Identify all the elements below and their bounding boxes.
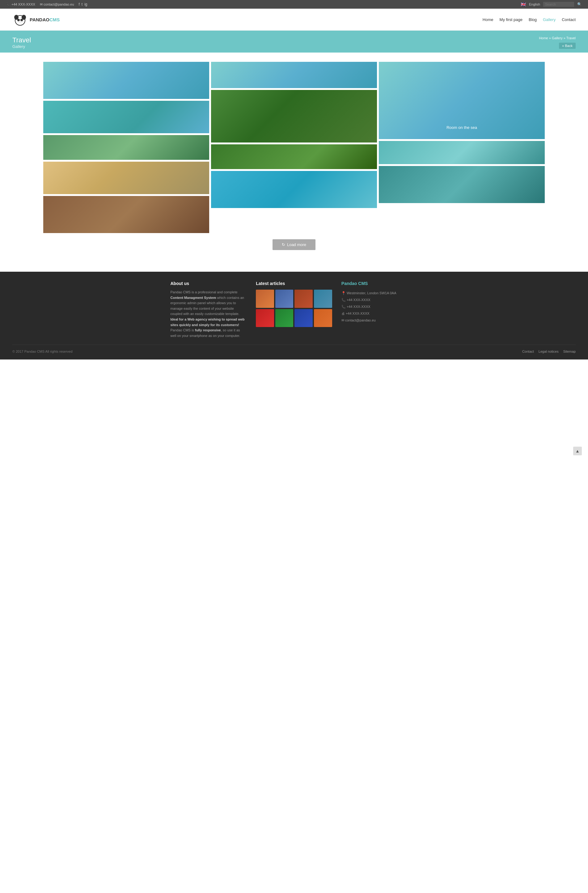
zoom-icon: 🔍 (120, 74, 132, 87)
copyright: © 2017 Pandao CMS All rights reserved (12, 350, 73, 353)
gallery-image-5[interactable]: 🔍 (43, 196, 209, 233)
gallery-image-10[interactable]: 🔍 (379, 141, 545, 164)
instagram-icon[interactable]: ig (84, 2, 87, 6)
breadcrumb: Home » Gallery » Travel (539, 36, 576, 40)
article-thumb-7[interactable] (294, 309, 313, 327)
nav-home[interactable]: Home (483, 17, 494, 22)
gallery-col-2: 🔍 🔍 🔍 🔍 (211, 62, 377, 233)
zoom-icon: 🔍 (120, 141, 132, 153)
load-more-section: ↻ Load more (43, 233, 545, 262)
site-header: PANDAOCMS Home My first page Blog Galler… (0, 9, 588, 31)
footer-link-contact[interactable]: Contact (522, 350, 534, 353)
footer-links: Contact Legal notices Sitemap (522, 350, 576, 353)
top-bar-left: 📞 +44 XXX-XXXX ✉ contact@pandao.eu f t i… (6, 2, 87, 6)
nav-blog[interactable]: Blog (529, 17, 537, 22)
gallery-section: 🔍 🔍 🔍 🔍 🔍 🔍 🔍 🔍 (0, 53, 588, 272)
article-thumb-8[interactable] (314, 309, 332, 327)
top-bar-right: 🇬🇧 English 🔍 (520, 2, 582, 7)
flag-icon: 🇬🇧 (520, 2, 526, 7)
zoom-icon: 🔍 (120, 172, 132, 184)
footer-about: About us Pandao CMS is a professional an… (171, 281, 247, 338)
gallery-image-8[interactable]: 🔍 (211, 144, 377, 169)
zoom-icon: 🔍 (456, 146, 468, 159)
gallery-image-9[interactable]: 🔍 (211, 171, 377, 208)
gallery-col-3: 🔍 Room on the sea 🔍 🔍 (379, 62, 545, 233)
zoom-icon: 🔍 (456, 178, 468, 191)
nav-gallery[interactable]: Gallery (543, 17, 555, 22)
top-bar: 📞 +44 XXX-XXXX ✉ contact@pandao.eu f t i… (0, 0, 588, 9)
zoom-icon: 🔍 (456, 94, 468, 107)
zoom-icon: 🔍 (120, 111, 132, 123)
zoom-icon: 🔍 (288, 69, 300, 81)
panda-logo-icon (12, 12, 28, 27)
logo-text: PANDAOCMS (30, 17, 60, 22)
gallery-image-2[interactable]: 🔍 (43, 101, 209, 133)
zoom-icon: 🔍 (288, 110, 300, 122)
footer-link-sitemap[interactable]: Sitemap (563, 350, 576, 353)
email-info: ✉ contact@pandao.eu (40, 3, 74, 6)
page-title: Travel (12, 36, 576, 44)
gallery-col-1: 🔍 🔍 🔍 🔍 🔍 (43, 62, 209, 233)
article-thumb-6[interactable] (275, 309, 294, 327)
gallery-image-7[interactable]: 🔍 (211, 90, 377, 143)
gallery-image-3[interactable]: 🔍 (43, 135, 209, 160)
facebook-icon[interactable]: f (79, 2, 80, 6)
load-more-button[interactable]: ↻ Load more (273, 239, 315, 250)
gallery-image-featured[interactable]: 🔍 Room on the sea (379, 62, 545, 139)
gallery-grid: 🔍 🔍 🔍 🔍 🔍 🔍 🔍 🔍 (43, 62, 545, 233)
article-thumb-1[interactable] (256, 290, 274, 308)
search-input[interactable] (543, 2, 574, 7)
article-thumb-4[interactable] (314, 290, 332, 308)
twitter-icon[interactable]: t (82, 2, 82, 6)
footer-grid: About us Pandao CMS is a professional an… (171, 281, 418, 338)
gallery-image-6[interactable]: 🔍 (211, 62, 377, 88)
footer: About us Pandao CMS is a professional an… (0, 272, 588, 359)
zoom-icon: 🔍 (288, 150, 300, 163)
nav-first-page[interactable]: My first page (500, 17, 522, 22)
footer-articles-grid (256, 290, 332, 327)
logo[interactable]: PANDAOCMS (12, 12, 60, 27)
main-nav: Home My first page Blog Gallery Contact (483, 17, 576, 22)
article-thumb-2[interactable] (275, 290, 294, 308)
language-selector[interactable]: English (529, 3, 540, 6)
footer-pandao-info: 📍 Westminster, London SW1A 0AA 📞 +44 XXX… (341, 290, 418, 324)
gallery-image-11[interactable]: 🔍 (379, 166, 545, 203)
page-subtitle: Gallery (12, 44, 576, 49)
gallery-featured-caption: Room on the sea (379, 125, 545, 130)
zoom-icon: 🔍 (288, 183, 300, 195)
gallery-image-1[interactable]: 🔍 (43, 62, 209, 99)
svg-point-5 (18, 21, 22, 23)
phone-info: 📞 +44 XXX-XXXX (6, 3, 35, 6)
refresh-icon: ↻ (282, 242, 285, 247)
page-header: Travel Gallery Home » Gallery » Travel «… (0, 31, 588, 53)
back-button[interactable]: « Back (559, 43, 576, 49)
gallery-image-4[interactable]: 🔍 (43, 162, 209, 194)
footer-pandao: Pandao CMS 📍 Westminster, London SW1A 0A… (341, 281, 418, 338)
footer-link-legal[interactable]: Legal notices (538, 350, 559, 353)
footer-about-text: Pandao CMS is a professional and complet… (171, 290, 247, 338)
social-icons: f t ig (79, 2, 87, 6)
footer-articles: Latest articles (256, 281, 332, 338)
zoom-icon: 🔍 (120, 208, 132, 221)
footer-pandao-title: Pandao CMS (341, 281, 418, 286)
footer-about-title: About us (171, 281, 247, 286)
footer-bottom: © 2017 Pandao CMS All rights reserved Co… (12, 345, 576, 353)
nav-contact[interactable]: Contact (562, 17, 576, 22)
article-thumb-5[interactable] (256, 309, 274, 327)
footer-articles-title: Latest articles (256, 281, 332, 286)
article-thumb-3[interactable] (294, 290, 313, 308)
search-button[interactable]: 🔍 (577, 2, 582, 6)
